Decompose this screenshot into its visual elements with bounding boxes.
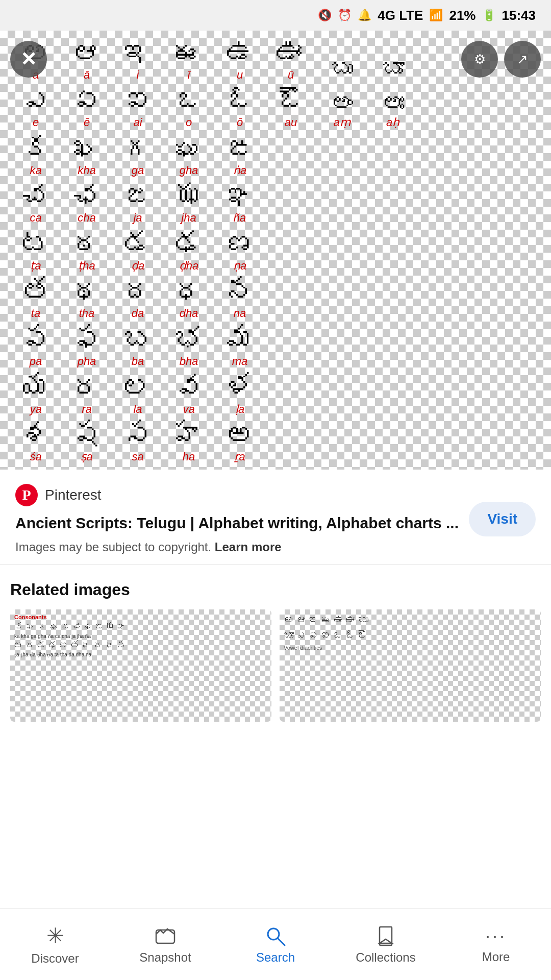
svg-line-2 (278, 938, 285, 945)
pinterest-logo: P (15, 484, 38, 506)
telugu-cell: ప pa (10, 323, 61, 369)
telugu-cell: ద da (112, 275, 163, 321)
nav-search[interactable]: Search (220, 925, 331, 965)
telugu-row-ta-retroflex: ట ṭa ఠ ṭha డ ḍa ఢ ḍha ణ ṇa (10, 227, 541, 274)
telugu-cell: చ ca (10, 180, 61, 226)
telugu-cell: ళ ḷa (214, 371, 265, 417)
related-thumb-2[interactable]: అఆఇఈఉఊబు బూఎఏఐఒఓఔ Vowel diacritics (280, 609, 541, 722)
copyright-note: Images may be subject to copyright. Lear… (15, 540, 459, 554)
telugu-cell: ఎ e (10, 84, 61, 130)
discover-icon: ✳ (46, 923, 64, 948)
telugu-cell: ఛ cha (61, 180, 112, 226)
time-label: 15:43 (502, 8, 536, 23)
telugu-cell: ష ṣa (61, 419, 112, 464)
telugu-cell: ణ ṇa (214, 228, 265, 274)
learn-more-link[interactable]: Learn more (215, 540, 282, 554)
telugu-cell: వ va (163, 371, 214, 417)
related-section: Related images Consonants క ఖ గ ఘ ఙ చ ఛ … (0, 565, 551, 727)
visit-button[interactable]: Visit (469, 502, 536, 536)
nav-discover-label: Discover (31, 951, 79, 966)
telugu-cell: బ ba (112, 323, 163, 369)
telugu-cell: ఠ ṭha (61, 228, 112, 274)
telugu-cell: ఇ i (112, 37, 163, 83)
nav-collections[interactable]: Collections (331, 925, 441, 965)
telugu-cell: ఘ gha (163, 132, 214, 178)
telugu-cell: ఏ ē (61, 84, 112, 130)
telugu-cell: స sa (112, 419, 163, 464)
source-card: P Pinterest Ancient Scripts: Telugu | Al… (0, 470, 551, 565)
telugu-cell: ల la (112, 371, 163, 417)
telugu-cell: అం aṃ (316, 90, 367, 130)
telugu-cell: ఖ kha (61, 132, 112, 178)
telugu-cell: ఊ ū (265, 37, 316, 83)
nav-discover[interactable]: ✳ Discover (0, 923, 110, 966)
telugu-cell: డ ḍa (112, 228, 163, 274)
nav-snapshot-label: Snapshot (139, 950, 191, 965)
telugu-cell: భ bha (163, 323, 214, 369)
close-icon: ✕ (20, 50, 37, 69)
related-grid: Consonants క ఖ గ ఘ ఙ చ ఛ జ ఝ ఞ ka kha ga… (10, 609, 541, 722)
source-logo-row: P Pinterest (15, 484, 459, 506)
close-button[interactable]: ✕ (10, 41, 47, 78)
telugu-row-ya: య ya ర ra ల la వ va ళ ḷa (10, 370, 541, 417)
search-icon (264, 925, 287, 947)
telugu-cell: థ tha (61, 275, 112, 321)
collections-icon (374, 925, 397, 947)
telugu-row-ca: చ ca ఛ cha జ ja ఝ jha ఞ ña (10, 179, 541, 226)
telugu-cell: ట ṭa (10, 228, 61, 274)
nav-more[interactable]: ··· More (441, 925, 551, 964)
telugu-cell: గ ga (112, 132, 163, 178)
telugu-row-ta: త ta థ tha ద da ధ dha న na (10, 275, 541, 322)
telugu-cell: ఈ ī (163, 37, 214, 83)
mute-icon: 🔇 (318, 9, 332, 22)
nav-more-label: More (482, 950, 510, 964)
signal-icon: 📶 (429, 9, 443, 22)
telugu-cell: బూ (367, 56, 418, 83)
volume-icon: 🔔 (358, 9, 371, 22)
related-images-title: Related images (10, 580, 541, 599)
source-title: Ancient Scripts: Telugu | Alphabet writi… (15, 512, 459, 534)
settings-button[interactable]: ⚙ (461, 41, 498, 78)
telugu-cell: ఔ au (265, 84, 316, 130)
share-button[interactable]: ↗ (504, 41, 541, 78)
bottom-nav: ✳ Discover Snapshot Search Collections ·… (0, 909, 551, 980)
telugu-cell: ఓ ō (214, 84, 265, 130)
snapshot-icon (154, 925, 177, 947)
gear-icon: ⚙ (474, 52, 486, 67)
telugu-cell: జ ja (112, 180, 163, 226)
nav-snapshot[interactable]: Snapshot (110, 925, 220, 965)
svg-marker-4 (380, 939, 392, 943)
telugu-row-pa: ప pa ఫ pha బ ba భ bha మ ma (10, 322, 541, 369)
telugu-cell: క ka (10, 132, 61, 178)
source-name: Pinterest (45, 487, 102, 503)
telugu-cell: ఱ ṟa (214, 419, 265, 464)
pinterest-letter: P (22, 487, 31, 503)
share-icon: ↗ (517, 52, 528, 67)
image-area: ✕ ⚙ ↗ అ a ఆ ā ఇ i ఈ ī (0, 31, 551, 470)
telugu-cell: ధ dha (163, 275, 214, 321)
overlay-buttons: ⚙ ↗ (461, 41, 541, 78)
telugu-cell: న na (214, 275, 265, 321)
telugu-cell: ఝ jha (163, 180, 214, 226)
nav-collections-label: Collections (356, 950, 415, 965)
telugu-row-sha: శ śa ష ṣa స sa హ ha ఱ ṟa (10, 418, 541, 465)
telugu-cell: ఒ o (163, 84, 214, 130)
alarm-icon: ⏰ (338, 9, 352, 22)
network-label: 4G LTE (378, 8, 423, 23)
telugu-row-vowels2: ఎ e ఏ ē ఐ ai ఒ o ఓ ō ఔ au (10, 84, 541, 131)
telugu-row-ka: క ka ఖ kha గ ga ఘ gha ఙ ṅa (10, 131, 541, 178)
telugu-cell: హ ha (163, 419, 214, 464)
more-icon: ··· (485, 925, 507, 947)
telugu-cell: త ta (10, 275, 61, 321)
telugu-cell: ఞ ña (214, 180, 265, 226)
telugu-cell: అః aḥ (367, 90, 418, 130)
related-thumb-1[interactable]: Consonants క ఖ గ ఘ ఙ చ ఛ జ ఝ ఞ ka kha ga… (10, 609, 271, 722)
telugu-cell: బు (316, 56, 367, 83)
copyright-text: Images may be subject to copyright. (15, 540, 211, 554)
telugu-cell: ఐ ai (112, 84, 163, 130)
telugu-cell: ఫ pha (61, 323, 112, 369)
telugu-cell: శ śa (10, 419, 61, 464)
telugu-cell: మ ma (214, 323, 265, 369)
status-bar: 🔇 ⏰ 🔔 4G LTE 📶 21% 🔋 15:43 (0, 0, 551, 31)
telugu-chart: అ a ఆ ā ఇ i ఈ ī ఉ u ఊ ū (0, 31, 551, 470)
